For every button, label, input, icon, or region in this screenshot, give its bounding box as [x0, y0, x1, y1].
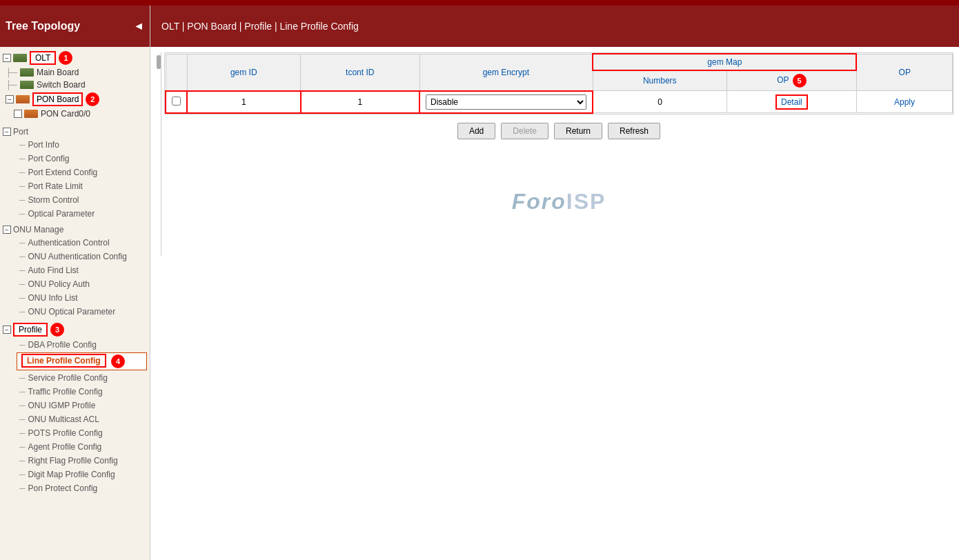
switch-board-label[interactable]: Switch Board: [37, 80, 86, 90]
sidebar-line-profile-config[interactable]: Line Profile Config 4: [17, 352, 147, 370]
sidebar-item-main-board[interactable]: ├─ Main Board: [0, 66, 150, 79]
row-apply-cell[interactable]: Apply: [856, 91, 952, 113]
main-layout: Tree Topology ◄ OLT 1 ├─ Main Board ├─ S: [0, 6, 959, 560]
main-board-icon: [20, 68, 34, 77]
sidebar-port-info[interactable]: ─Port Info: [0, 138, 150, 152]
sidebar-port-extend-config[interactable]: ─Port Extend Config: [0, 166, 150, 179]
sidebar-arrow[interactable]: ◄: [133, 20, 144, 32]
sidebar-item-pon-card[interactable]: PON Card0/0: [0, 108, 150, 120]
data-table: gem ID tcont ID gem Encrypt: [164, 52, 953, 114]
sidebar-right-flag-profile[interactable]: ─Right Flag Profile Config: [0, 454, 150, 468]
callout-3: 3: [50, 323, 64, 337]
pon-card-label[interactable]: PON Card0/0: [41, 109, 90, 119]
breadcrumb-text: OLT | PON Board | Profile | Line Profile…: [161, 21, 359, 32]
sidebar-onu-policy-auth[interactable]: ─ONU Policy Auth: [0, 277, 150, 291]
sidebar-pots-profile-config[interactable]: ─POTS Profile Config: [0, 426, 150, 440]
pon-board-label[interactable]: PON Board: [32, 92, 83, 106]
sidebar-port-config[interactable]: ─Port Config: [0, 152, 150, 166]
return-button[interactable]: Return: [554, 123, 602, 139]
pon-board-icon: [16, 95, 30, 103]
sidebar-item-olt[interactable]: OLT 1: [0, 50, 150, 66]
breadcrumb: OLT | PON Board | Profile | Line Profile…: [150, 6, 959, 47]
watermark-text: ForoISP: [512, 189, 606, 214]
col-gem-map-op-header: OP 5: [726, 70, 856, 91]
pon-card-icon: [24, 110, 38, 118]
button-row: Add Delete Return Refresh: [164, 114, 953, 148]
sidebar-title: Tree Topology: [6, 20, 80, 32]
row-gem-id-cell: 1: [187, 91, 301, 113]
port-checkbox[interactable]: [3, 128, 11, 136]
onu-manage-section[interactable]: ONU Manage: [0, 223, 150, 236]
port-section-label[interactable]: Port: [13, 127, 28, 137]
onu-manage-label[interactable]: ONU Manage: [13, 225, 63, 234]
sidebar-port-rate-limit[interactable]: ─Port Rate Limit: [0, 179, 150, 193]
col-gem-map-header: gem Map: [593, 54, 856, 70]
row-numbers-cell: 0: [593, 91, 726, 113]
line-profile-box[interactable]: Line Profile Config: [21, 354, 106, 368]
sidebar-authentication-control[interactable]: ─Authentication Control: [0, 236, 150, 250]
main-board-label[interactable]: Main Board: [37, 68, 79, 77]
delete-button[interactable]: Delete: [501, 123, 548, 139]
table-wrapper: gem ID tcont ID gem Encrypt: [164, 52, 953, 256]
sidebar-tree: OLT 1 ├─ Main Board ├─ Switch Board PON …: [0, 47, 150, 560]
port-section[interactable]: Port: [0, 126, 150, 138]
col-op-header: OP: [856, 54, 952, 91]
sidebar-onu-multicast-acl[interactable]: ─ONU Multicast ACL: [0, 412, 150, 426]
content-body: gem ID tcont ID gem Encrypt: [150, 47, 959, 560]
olt-icon: [13, 54, 27, 62]
add-button[interactable]: Add: [457, 123, 495, 139]
col-checkbox-header: [166, 54, 187, 91]
sidebar-pon-protect-config[interactable]: ─Pon Protect Config: [0, 481, 150, 495]
detail-link[interactable]: Detail: [775, 94, 808, 110]
row-checkbox-cell[interactable]: [166, 91, 187, 113]
sidebar-onu-optical-parameter[interactable]: ─ONU Optical Parameter: [0, 305, 150, 319]
col-numbers-header: Numbers: [593, 70, 726, 91]
sidebar-storm-control[interactable]: ─Storm Control: [0, 193, 150, 207]
onu-manage-checkbox[interactable]: [3, 226, 11, 234]
olt-checkbox[interactable]: [3, 54, 11, 62]
profile-section-label[interactable]: Profile: [13, 323, 48, 337]
table-row: 1 1 Disable Enable: [166, 91, 953, 113]
sidebar-onu-info-list[interactable]: ─ONU Info List: [0, 291, 150, 305]
callout-1: 1: [59, 51, 72, 65]
watermark-area: ForoISP: [164, 148, 953, 256]
top-bar: [0, 0, 959, 6]
apply-link[interactable]: Apply: [894, 97, 915, 107]
sidebar-onu-igmp-profile[interactable]: ─ONU IGMP Profile: [0, 399, 150, 412]
row-checkbox[interactable]: [172, 97, 181, 106]
pon-card-checkbox[interactable]: [14, 110, 22, 118]
sidebar: Tree Topology ◄ OLT 1 ├─ Main Board ├─ S: [0, 6, 150, 560]
sidebar-auto-find-list[interactable]: ─Auto Find List: [0, 263, 150, 277]
olt-label[interactable]: OLT: [30, 51, 56, 65]
scrollbar-thumb[interactable]: [157, 55, 161, 69]
sidebar-agent-profile-config[interactable]: ─Agent Profile Config: [0, 440, 150, 454]
sidebar-optical-parameter[interactable]: ─Optical Parameter: [0, 207, 150, 221]
profile-section[interactable]: Profile 3: [0, 321, 150, 338]
sidebar-traffic-profile-config[interactable]: ─Traffic Profile Config: [0, 385, 150, 399]
row-tcont-id-cell: 1: [301, 91, 419, 113]
callout-2: 2: [86, 92, 99, 106]
sidebar-digit-map-profile[interactable]: ─Digit Map Profile Config: [0, 468, 150, 481]
col-tcont-id-header: tcont ID: [301, 54, 419, 91]
sidebar-item-pon-board[interactable]: PON Board 2: [0, 91, 150, 108]
profile-checkbox[interactable]: [3, 326, 11, 334]
sidebar-header: Tree Topology ◄: [0, 6, 150, 47]
pon-board-checkbox[interactable]: [6, 95, 14, 103]
col-gem-id-header: gem ID: [187, 54, 301, 91]
gem-encrypt-select[interactable]: Disable Enable: [426, 94, 586, 110]
callout-5: 5: [793, 74, 807, 88]
sidebar-service-profile-config[interactable]: ─Service Profile Config: [0, 371, 150, 385]
switch-board-icon: [20, 81, 34, 89]
sidebar-dba-profile-config[interactable]: ─DBA Profile Config: [0, 338, 150, 352]
content-area: OLT | PON Board | Profile | Line Profile…: [150, 6, 959, 560]
refresh-button[interactable]: Refresh: [608, 123, 660, 139]
sidebar-onu-auth-config[interactable]: ─ONU Authentication Config: [0, 250, 150, 263]
col-gem-encrypt-header: gem Encrypt: [419, 54, 593, 91]
sidebar-item-switch-board[interactable]: ├─ Switch Board: [0, 79, 150, 91]
row-detail-cell[interactable]: Detail: [726, 91, 856, 113]
row-gem-encrypt-cell[interactable]: Disable Enable: [419, 91, 593, 113]
callout-4: 4: [111, 354, 125, 368]
